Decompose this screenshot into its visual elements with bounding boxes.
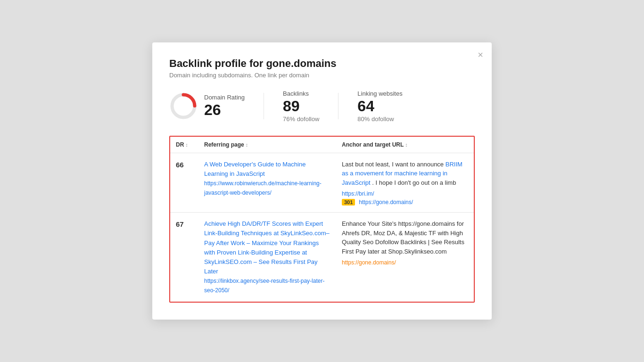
col-dr: DR ↕ [170,141,198,148]
row2-dr: 67 [170,219,198,295]
row2-referring: Achieve High DA/DR/TF Scores with Expert… [198,219,336,295]
row1-anchor-text: Last but not least, I want to announce B… [342,160,468,188]
linking-label: Linking websites [357,90,402,97]
close-button[interactable]: × [478,50,483,59]
backlinks-label: Backlinks [283,90,319,97]
row1-target-url[interactable]: https://gone.domains/ [359,199,413,206]
col-referring: Referring page ↕ [198,141,336,148]
domain-rating-donut [169,92,198,120]
row1-anchor: Last but not least, I want to announce B… [336,160,474,206]
row1-referring: A Web Developer's Guide to Machine Learn… [198,160,336,206]
stats-row: Domain Rating 26 Backlinks 89 76% dofoll… [169,90,475,123]
row1-redirect-badge: 301 [342,199,355,206]
row2-anchor: Enhance Your Site's https://gone.domains… [336,219,474,295]
stat-divider-2 [338,93,339,119]
linking-value: 64 [357,98,402,115]
domain-rating-label: Domain Rating [204,94,245,101]
row2-target-url[interactable]: https://gone.domains/ [342,259,396,266]
row1-referring-link[interactable]: A Web Developer's Guide to Machine Learn… [204,161,305,177]
row2-referring-link[interactable]: Achieve High DA/DR/TF Scores with Expert… [204,220,330,275]
col-dr-label: DR [176,141,184,148]
backlinks-table: DR ↕ Referring page ↕ Anchor and target … [169,136,475,303]
linking-websites-block: Linking websites 64 80% dofollow [357,90,402,123]
modal-title: Backlink profile for gone.domains [169,58,475,70]
backlinks-block: Backlinks 89 76% dofollow [283,90,319,123]
backlink-modal: × Backlink profile for gone.domains Doma… [152,42,492,320]
row1-dr: 66 [170,160,198,206]
backlinks-sub: 76% dofollow [283,115,319,123]
domain-rating-block: Domain Rating 26 [169,92,245,120]
col-anchor-label: Anchor and target URL [342,141,404,148]
modal-subtitle: Domain including subdomains. One link pe… [169,72,475,79]
table-row: 66 A Web Developer's Guide to Machine Le… [170,153,474,213]
domain-rating-value: 26 [204,102,245,118]
col-anchor-sort-icon: ↕ [405,142,408,148]
col-dr-sort-icon: ↕ [185,142,188,148]
table-header: DR ↕ Referring page ↕ Anchor and target … [170,137,474,153]
linking-sub: 80% dofollow [357,115,402,123]
table-row: 67 Achieve High DA/DR/TF Scores with Exp… [170,213,474,302]
col-anchor: Anchor and target URL ↕ [336,141,474,148]
col-referring-sort-icon: ↕ [246,142,248,148]
row1-anchor-url[interactable]: https://bri.im/ [342,190,374,197]
row2-anchor-text: Enhance Your Site's https://gone.domains… [342,219,468,256]
backlinks-value: 89 [283,98,319,115]
col-referring-label: Referring page [204,141,244,148]
row1-referring-url[interactable]: https://www.robinwieruch.de/machine-lear… [204,180,322,196]
row2-referring-url[interactable]: https://linkbox.agency/see-results-first… [204,278,324,294]
row1-anchor-link[interactable]: BRIIM as a movement for machine learning… [342,161,462,186]
stat-divider-1 [264,93,264,119]
